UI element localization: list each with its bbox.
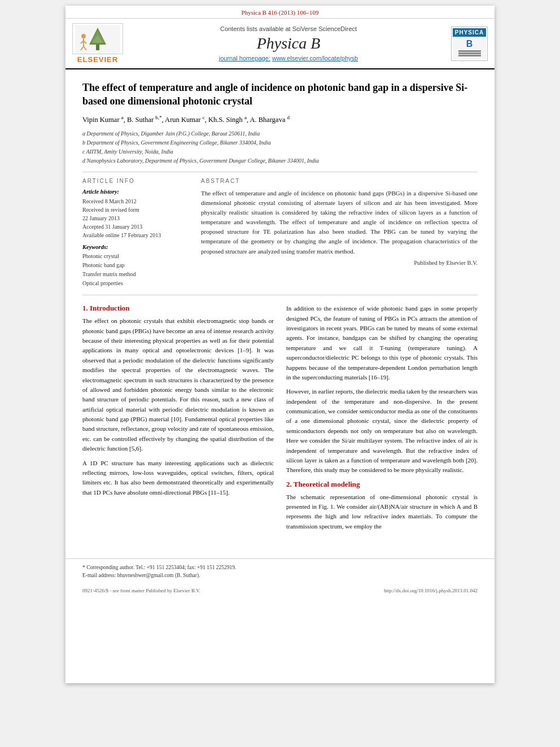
affil-d: d Nanophysics Laboratory, Department of … xyxy=(82,156,478,165)
intro-para-2: A 1D PC structure has many interesting a… xyxy=(82,458,274,498)
article-authors: Vipin Kumar a, B. Suthar b,*, Arun Kumar… xyxy=(82,114,478,125)
theoretical-title: 2. Theoretical modeling xyxy=(286,480,478,489)
keyword-4: Optical properties xyxy=(82,279,190,288)
sciverse-text: Contents lists available at SciVerse Sci… xyxy=(220,25,357,32)
journal-homepage: journal homepage: www.elsevier.com/locat… xyxy=(219,55,358,62)
doi-line: http://dx.doi.org/10.1016/j.physb.2013.0… xyxy=(384,588,478,593)
article-info-col: ARTICLE INFO Article history: Received 8… xyxy=(82,178,190,288)
author-vipin: Vipin Kumar a xyxy=(82,116,124,124)
accepted-date: Accepted 31 January 2013 xyxy=(82,222,190,231)
affil-a: a Department of Physics, Digamber Jain (… xyxy=(82,129,478,138)
footnote-email: E-mail address: bhuvneshwer@gmail.com (B… xyxy=(82,571,478,579)
affil-b: b Department of Physics, Government Engi… xyxy=(82,138,478,147)
history-label: Article history: xyxy=(82,189,190,195)
keywords-list: Photonic crystal Photonic band gap Trans… xyxy=(82,252,190,288)
badge-top: PHYSICA xyxy=(453,28,486,37)
journal-ref: Physica B 416 (2013) 106–109 xyxy=(242,9,319,16)
intro-para-1: The effect on photonic crystals that exh… xyxy=(82,316,274,453)
author-suthar: B. Suthar b,* xyxy=(127,116,162,124)
author-arun: Arun Kumar c xyxy=(165,116,205,124)
author-singh: Kh.S. Singh a xyxy=(208,116,247,124)
affiliations: a Department of Physics, Digamber Jain (… xyxy=(82,129,478,165)
abstract-header: ABSTRACT xyxy=(201,178,478,184)
keywords-label: Keywords: xyxy=(82,244,190,250)
svg-rect-1 xyxy=(96,45,99,50)
body-two-col: 1. Introduction The effect on photonic c… xyxy=(82,304,478,536)
badge-lines xyxy=(458,50,481,57)
top-bar: Physica B 416 (2013) 106–109 xyxy=(65,6,495,19)
badge-body: B xyxy=(453,37,486,59)
sciverse-line: Contents lists available at SciVerse Sci… xyxy=(220,25,357,32)
physica-badge: PHYSICA B xyxy=(451,27,488,61)
journal-header-center: Contents lists available at SciVerse Sci… xyxy=(140,23,437,64)
elsevier-label: ELSEVIER xyxy=(77,55,118,64)
footer-bottom: 0921-4526/$ - see front matter Published… xyxy=(65,588,495,593)
intro-label: Introduction xyxy=(90,304,130,312)
available-online: Available online 17 February 2013 xyxy=(82,231,190,239)
article-info-abstract-cols: ARTICLE INFO Article history: Received 8… xyxy=(82,178,478,288)
intro-col: 1. Introduction The effect on photonic c… xyxy=(82,304,274,536)
keyword-1: Photonic crystal xyxy=(82,252,190,261)
intro-number: 1. xyxy=(82,304,88,312)
received-revised-label: Received in revised form xyxy=(82,206,190,214)
elsevier-tree-icon xyxy=(75,25,120,53)
journal-header-right: PHYSICA B xyxy=(443,23,488,64)
article-content: The effect of temperature and angle of i… xyxy=(65,69,495,547)
keyword-3: Transfer matrix method xyxy=(82,270,190,279)
abstract-col: ABSTRACT The effect of temperature and a… xyxy=(201,178,478,288)
author-bhargava: A. Bhargava d xyxy=(250,116,290,124)
revised-date: 22 January 2013 xyxy=(82,214,190,222)
right-body-col: In addition to the existence of wide pho… xyxy=(286,304,478,536)
theoretical-number: 2. xyxy=(286,480,292,488)
affil-c: c AIITM, Amity University, Noida, India xyxy=(82,147,478,156)
published-by: Published by Elsevier B.V. xyxy=(201,260,478,266)
journal-title: Physica B xyxy=(257,34,321,53)
page: Physica B 416 (2013) 106–109 xyxy=(65,6,495,683)
theoretical-label: Theoretical modeling xyxy=(294,480,360,488)
abstract-text: The effect of temperature and angle of i… xyxy=(201,189,478,256)
theoretical-para: The schematic representation of one-dime… xyxy=(286,492,478,532)
received-date: Received 8 March 2012 xyxy=(82,197,190,206)
journal-header: ELSEVIER Contents lists available at Sci… xyxy=(65,19,495,69)
homepage-url[interactable]: www.elsevier.com/locate/physb xyxy=(272,55,358,62)
section-divider-2 xyxy=(82,295,478,295)
intro-right-para-2: However, in earlier reports, the dielect… xyxy=(286,387,478,475)
article-title: The effect of temperature and angle of i… xyxy=(82,81,478,108)
journal-header-left: ELSEVIER xyxy=(72,23,134,64)
footnote-star: * Corresponding author. Tel.: +91 151 22… xyxy=(82,563,478,571)
section-divider-1 xyxy=(82,172,478,172)
intro-title: 1. Introduction xyxy=(82,304,274,313)
issn-line: 0921-4526/$ - see front matter Published… xyxy=(82,588,200,593)
footer-section: * Corresponding author. Tel.: +91 151 22… xyxy=(65,558,495,584)
badge-b-letter: B xyxy=(466,39,473,49)
elsevier-logo: ELSEVIER xyxy=(72,23,123,64)
intro-right-para-1: In addition to the existence of wide pho… xyxy=(286,304,478,382)
svg-point-5 xyxy=(81,34,86,38)
article-info-header: ARTICLE INFO xyxy=(82,178,190,184)
logo-box xyxy=(72,23,123,54)
homepage-label: journal homepage: xyxy=(219,55,270,62)
keyword-2: Photonic band gap xyxy=(82,261,190,270)
